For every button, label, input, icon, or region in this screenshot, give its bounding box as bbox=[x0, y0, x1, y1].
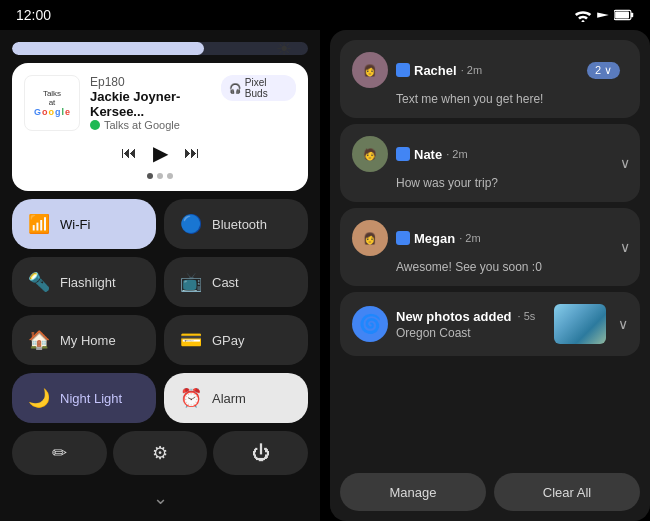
notif-time-nate: · 2m bbox=[446, 148, 467, 160]
dot-3 bbox=[167, 173, 173, 179]
notif-title-rachel: Rachel · 2m bbox=[396, 63, 579, 78]
action-row: Manage Clear All bbox=[340, 473, 640, 511]
photos-thumbnail bbox=[554, 304, 606, 344]
left-panel: ☀ Talks at Google Ep180 Jackie Joyner-Ke… bbox=[0, 30, 320, 521]
dot-1 bbox=[147, 173, 153, 179]
notif-header-rachel: 👩 Rachel · 2m 2 ∨ bbox=[352, 52, 628, 88]
tile-gpay-label: GPay bbox=[212, 333, 245, 348]
clear-all-label: Clear All bbox=[543, 485, 591, 500]
media-info: Ep180 Jackie Joyner-Kersee... Talks at G… bbox=[90, 75, 221, 131]
tile-cast-label: Cast bbox=[212, 275, 239, 290]
media-controls: ⏮ ▶ ⏭ bbox=[24, 141, 296, 165]
notif-message-megan: Awesome! See you soon :0 bbox=[396, 260, 628, 274]
notif-time-rachel: · 2m bbox=[461, 64, 482, 76]
media-info-row: Talks at Google Ep180 Jackie Joyner-Kers… bbox=[24, 75, 221, 131]
notification-nate[interactable]: 🧑 Nate · 2m ∨ How was your trip? bbox=[340, 124, 640, 202]
manage-label: Manage bbox=[390, 485, 437, 500]
photos-subtitle: Oregon Coast bbox=[396, 326, 546, 340]
notif-name-nate: Nate bbox=[414, 147, 442, 162]
media-top-row: Talks at Google Ep180 Jackie Joyner-Kers… bbox=[24, 75, 296, 131]
notif-message-nate: How was your trip? bbox=[396, 176, 628, 190]
notif-header-megan: 👩 Megan · 2m ∨ bbox=[352, 220, 628, 256]
notification-megan[interactable]: 👩 Megan · 2m ∨ Awesome! See you soon :0 bbox=[340, 208, 640, 286]
media-dots bbox=[24, 173, 296, 179]
tile-alarm[interactable]: ⏰ Alarm bbox=[164, 373, 308, 423]
skip-forward-button[interactable]: ⏭ bbox=[184, 144, 200, 162]
photos-text: New photos added · 5s Oregon Coast bbox=[396, 309, 546, 340]
power-icon: ⏻ bbox=[252, 443, 270, 464]
message-icon-megan bbox=[396, 231, 410, 245]
notification-photos[interactable]: 🌀 New photos added · 5s Oregon Coast ∨ bbox=[340, 292, 640, 356]
tile-flashlight-label: Flashlight bbox=[60, 275, 116, 290]
avatar-megan: 👩 bbox=[352, 220, 388, 256]
notification-rachel[interactable]: 👩 Rachel · 2m 2 ∨ Text me when you get h… bbox=[340, 40, 640, 118]
device-badge: 🎧 Pixel Buds bbox=[221, 75, 296, 101]
message-icon bbox=[396, 63, 410, 77]
notif-title-megan: Megan · 2m bbox=[396, 231, 628, 246]
photos-time: · 5s bbox=[518, 310, 536, 322]
tile-cast[interactable]: 📺 Cast bbox=[164, 257, 308, 307]
wifi-icon: 📶 bbox=[28, 213, 50, 235]
cast-icon: 📺 bbox=[180, 271, 202, 293]
nightlight-icon: 🌙 bbox=[28, 387, 50, 409]
clear-all-button[interactable]: Clear All bbox=[494, 473, 640, 511]
notif-header-nate: 🧑 Nate · 2m ∨ bbox=[352, 136, 628, 172]
media-episode: Ep180 bbox=[90, 75, 221, 89]
photos-row: 🌀 New photos added · 5s Oregon Coast ∨ bbox=[352, 304, 628, 344]
tile-wifi[interactable]: 📶 Wi-Fi bbox=[12, 199, 156, 249]
tile-alarm-label: Alarm bbox=[212, 391, 246, 406]
tile-flashlight[interactable]: 🔦 Flashlight bbox=[12, 257, 156, 307]
manage-button[interactable]: Manage bbox=[340, 473, 486, 511]
notif-title-nate: Nate · 2m bbox=[396, 147, 628, 162]
photos-title: New photos added bbox=[396, 309, 512, 324]
gpay-icon: 💳 bbox=[180, 329, 202, 351]
wifi-status-icon bbox=[574, 8, 592, 22]
notif-message-rachel: Text me when you get here! bbox=[396, 92, 628, 106]
alarm-icon: ⏰ bbox=[180, 387, 202, 409]
edit-button[interactable]: ✏ bbox=[12, 431, 107, 475]
expand-icon-nate[interactable]: ∨ bbox=[620, 155, 630, 171]
settings-button[interactable]: ⚙ bbox=[113, 431, 208, 475]
brightness-slider[interactable]: ☀ bbox=[12, 42, 308, 55]
svg-rect-2 bbox=[615, 12, 629, 19]
avatar-rachel: 👩 bbox=[352, 52, 388, 88]
tile-gpay[interactable]: 💳 GPay bbox=[164, 315, 308, 365]
expand-icon-photos[interactable]: ∨ bbox=[618, 316, 628, 332]
notif-badge-rachel[interactable]: 2 ∨ bbox=[587, 62, 620, 79]
quick-tiles: 📶 Wi-Fi 🔵 Bluetooth 🔦 Flashlight 📺 Cast … bbox=[12, 199, 308, 423]
status-bar: 12:00 bbox=[0, 0, 650, 30]
battery-icon bbox=[614, 9, 634, 21]
power-button[interactable]: ⏻ bbox=[213, 431, 308, 475]
notif-name-rachel: Rachel bbox=[414, 63, 457, 78]
settings-icon: ⚙ bbox=[152, 442, 168, 464]
tile-bluetooth-label: Bluetooth bbox=[212, 217, 267, 232]
spotify-icon bbox=[90, 120, 100, 130]
tile-nightlight-label: Night Light bbox=[60, 391, 122, 406]
tile-nightlight[interactable]: 🌙 Night Light bbox=[12, 373, 156, 423]
podcast-logo: Talks at Google bbox=[24, 75, 80, 131]
tile-bluetooth[interactable]: 🔵 Bluetooth bbox=[164, 199, 308, 249]
bottom-toolbar: ✏ ⚙ ⏻ bbox=[12, 431, 308, 475]
home-icon: 🏠 bbox=[28, 329, 50, 351]
avatar-nate: 🧑 bbox=[352, 136, 388, 172]
tile-myhome[interactable]: 🏠 My Home bbox=[12, 315, 156, 365]
dot-2 bbox=[157, 173, 163, 179]
status-icons bbox=[574, 8, 634, 22]
message-icon-nate bbox=[396, 147, 410, 161]
media-subtitle: Talks at Google bbox=[90, 119, 221, 131]
collapse-button[interactable]: ⌄ bbox=[12, 487, 308, 509]
play-button[interactable]: ▶ bbox=[153, 141, 168, 165]
bluetooth-icon: 🔵 bbox=[180, 213, 202, 235]
tile-myhome-label: My Home bbox=[60, 333, 116, 348]
tile-wifi-label: Wi-Fi bbox=[60, 217, 90, 232]
media-title: Jackie Joyner-Kersee... bbox=[90, 89, 221, 119]
notif-time-megan: · 2m bbox=[459, 232, 480, 244]
flashlight-icon: 🔦 bbox=[28, 271, 50, 293]
expand-icon-megan[interactable]: ∨ bbox=[620, 239, 630, 255]
skip-back-button[interactable]: ⏮ bbox=[121, 144, 137, 162]
notif-name-megan: Megan bbox=[414, 231, 455, 246]
edit-icon: ✏ bbox=[52, 442, 67, 464]
brightness-icon: ☀ bbox=[276, 42, 292, 55]
signal-icon bbox=[596, 8, 610, 22]
media-card: Talks at Google Ep180 Jackie Joyner-Kers… bbox=[12, 63, 308, 191]
